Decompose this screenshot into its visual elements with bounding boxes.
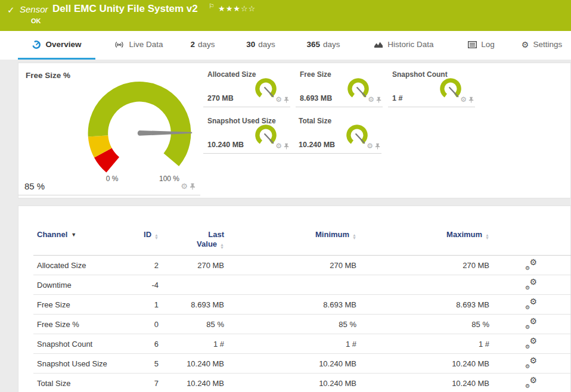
maximum-value xyxy=(356,275,489,295)
table-row: Total Size 7 10.240 MB 10.240 MB 10.240 … xyxy=(33,374,571,392)
pin-icon[interactable] xyxy=(375,143,380,150)
priority-stars[interactable]: ★★★☆☆ xyxy=(218,4,256,13)
tab-label: days xyxy=(323,40,340,49)
channel-settings-icon[interactable]: ⚙⚙ xyxy=(525,357,537,368)
gauge-card-snapshot-count: Snapshot Count 1 # ⚙ xyxy=(388,65,475,107)
gauge-value: 1 # xyxy=(392,94,402,102)
column-header-id[interactable]: ID▲▼ xyxy=(123,230,159,256)
gear-icon[interactable]: ⚙ xyxy=(181,182,188,190)
flag-icon[interactable]: ⚐ xyxy=(209,2,215,10)
free-size-gauge xyxy=(68,67,211,182)
table-row: Snapshot Used Size 5 10.240 MB 10.240 MB… xyxy=(33,354,571,374)
maximum-value: 8.693 MB xyxy=(356,295,489,315)
pin-icon[interactable] xyxy=(284,97,289,103)
channel-settings-icon[interactable]: ⚙⚙ xyxy=(525,298,537,309)
area-chart-icon xyxy=(374,41,383,48)
pin-icon[interactable] xyxy=(190,183,195,190)
channel-id: 6 xyxy=(123,334,159,354)
minimum-value: 8.693 MB xyxy=(224,295,356,315)
sort-icon: ▲▼ xyxy=(485,234,489,239)
tab-overview[interactable]: Overview xyxy=(18,31,95,60)
tab-settings[interactable]: ⚙ Settings xyxy=(513,31,571,60)
last-value: 85 % xyxy=(159,315,224,334)
table-row: Free Size % 0 85 % 85 % 85 % ⚙⚙ xyxy=(33,315,571,334)
channel-name[interactable]: Free Size xyxy=(33,295,123,315)
channel-settings-icon[interactable]: ⚙⚙ xyxy=(525,279,537,289)
gauge-scale-min: 0 % xyxy=(100,175,124,183)
gauge-value: 270 MB xyxy=(207,94,234,102)
gauge-title: Total Size xyxy=(299,117,331,125)
gauge-scale-max: 100 % xyxy=(154,175,184,183)
column-header-minimum[interactable]: Minimum▲▼ xyxy=(224,230,356,256)
table-row: Snapshot Count 6 1 # 1 # 1 # ⚙⚙ xyxy=(33,334,571,354)
gear-icon[interactable]: ⚙ xyxy=(367,142,373,150)
last-value xyxy=(159,275,224,295)
gauge-icon xyxy=(32,40,41,49)
minimum-value: 10.240 MB xyxy=(224,354,356,374)
pin-icon[interactable] xyxy=(284,143,289,150)
channel-settings-icon[interactable]: ⚙⚙ xyxy=(525,318,537,328)
channel-id: -4 xyxy=(123,275,159,295)
channel-id: 5 xyxy=(123,354,159,374)
mini-gauge-grid: Allocated Size 270 MB ⚙ Free Size 8.693 … xyxy=(203,65,570,198)
gauge-card-free-size-percent: Free Size % 0 % 100 % 85 % ⚙ xyxy=(18,65,200,195)
last-value: 10.240 MB xyxy=(159,374,224,392)
gauge-value: 10.240 MB xyxy=(299,141,335,149)
gear-icon[interactable]: ⚙ xyxy=(368,96,374,103)
tab-label: Live Data xyxy=(129,40,163,49)
tab-label: Overview xyxy=(45,40,81,49)
last-value: 270 MB xyxy=(159,256,224,275)
channel-id: 7 xyxy=(123,374,159,392)
gear-icon[interactable]: ⚙ xyxy=(275,142,282,150)
minimum-value: 10.240 MB xyxy=(224,374,356,392)
status-badge: OK xyxy=(31,17,41,24)
channel-settings-icon[interactable]: ⚙⚙ xyxy=(525,377,537,387)
sensor-title: Dell EMC Unity File System v2 xyxy=(52,3,198,15)
gauge-value: 85 % xyxy=(24,181,45,191)
channel-name[interactable]: Free Size % xyxy=(33,315,123,334)
tab-label: Historic Data xyxy=(387,40,433,49)
tab-number: 30 xyxy=(246,40,255,49)
column-header-actions xyxy=(489,230,571,256)
sort-desc-icon: ▼ xyxy=(71,232,76,238)
gauge-card-free-size: Free Size 8.693 MB ⚙ xyxy=(296,65,383,107)
channel-name[interactable]: Total Size xyxy=(33,374,123,392)
channel-table-panel: Channel▼ ID▲▼ Last Value▲▼ Minimum▲▼ Max… xyxy=(18,206,571,392)
tab-log[interactable]: Log xyxy=(459,31,504,60)
gauge-value: 8.693 MB xyxy=(300,94,332,102)
tab-bar: Overview Live Data 2 days 30 days 365 da… xyxy=(0,31,571,60)
gauge-title: Free Size % xyxy=(26,71,70,80)
channel-name[interactable]: Downtime xyxy=(33,275,123,295)
channel-settings-icon[interactable]: ⚙⚙ xyxy=(525,338,537,348)
tab-label: Settings xyxy=(533,40,562,49)
minimum-value: 1 # xyxy=(224,334,356,354)
gear-icon: ⚙ xyxy=(522,40,529,49)
tab-30-days[interactable]: 30 days xyxy=(235,31,286,60)
tab-label: Log xyxy=(481,40,495,49)
tab-2-days[interactable]: 2 days xyxy=(179,31,226,60)
column-header-channel[interactable]: Channel▼ xyxy=(33,230,123,256)
last-value: 1 # xyxy=(159,334,224,354)
tab-number: 2 xyxy=(190,40,195,49)
gear-icon[interactable]: ⚙ xyxy=(460,96,467,103)
channel-name[interactable]: Allocated Size xyxy=(33,256,123,275)
table-row: Free Size 1 8.693 MB 8.693 MB 8.693 MB ⚙… xyxy=(33,295,571,315)
gauge-title: Allocated Size xyxy=(207,70,256,79)
gear-icon[interactable]: ⚙ xyxy=(275,96,282,103)
tab-number: 365 xyxy=(306,40,320,49)
column-header-maximum[interactable]: Maximum▲▼ xyxy=(356,230,489,256)
pin-icon[interactable] xyxy=(376,97,381,103)
column-header-last-value[interactable]: Last Value▲▼ xyxy=(159,230,224,256)
channel-name[interactable]: Snapshot Used Size xyxy=(33,354,123,374)
tab-live-data[interactable]: Live Data xyxy=(101,31,176,60)
channel-id: 1 xyxy=(123,295,159,315)
pin-icon[interactable] xyxy=(468,97,474,103)
table-row: Downtime -4 ⚙⚙ xyxy=(33,275,571,295)
channel-id: 0 xyxy=(123,315,159,334)
tab-365-days[interactable]: 365 days xyxy=(295,31,352,60)
channel-settings-icon[interactable]: ⚙⚙ xyxy=(525,259,537,269)
gauge-value: 10.240 MB xyxy=(207,141,244,149)
channel-name[interactable]: Snapshot Count xyxy=(33,334,123,354)
gauge-card-snapshot-used-size: Snapshot Used Size 10.240 MB ⚙ xyxy=(203,111,294,154)
tab-historic-data[interactable]: Historic Data xyxy=(364,31,444,60)
